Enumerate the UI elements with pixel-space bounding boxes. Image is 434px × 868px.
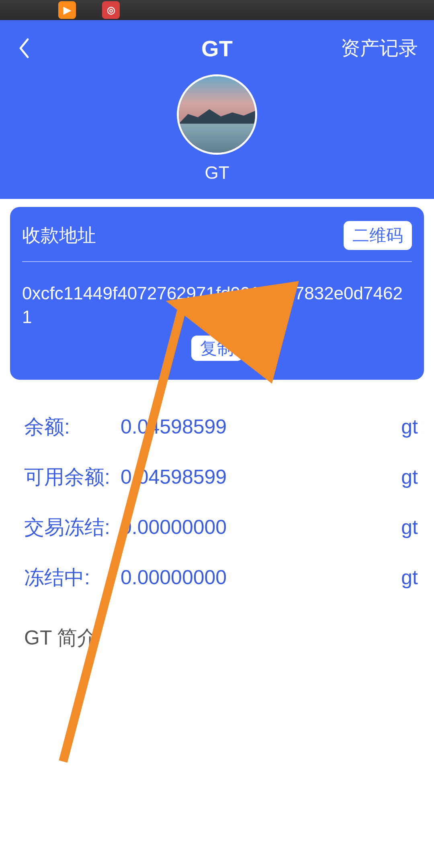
available-unit: gt: [386, 465, 418, 489]
frozen-trade-label: 交易冻结:: [24, 514, 117, 541]
frozen-trade-unit: gt: [386, 516, 418, 539]
available-label: 可用余额:: [24, 464, 117, 491]
freezing-unit: gt: [386, 566, 418, 589]
freezing-label: 冻结中:: [24, 564, 117, 591]
balance-stats: 余额: 0.04598599 gt 可用余额: 0.04598599 gt 交易…: [0, 402, 434, 663]
avatar-section: GT: [16, 74, 418, 183]
statusbar-app-icon-1: ▶: [58, 1, 76, 19]
row-available: 可用余额: 0.04598599 gt: [24, 452, 418, 502]
token-name: GT: [205, 163, 229, 183]
row-brief[interactable]: GT 简介: [24, 613, 418, 663]
balance-label: 余额:: [24, 414, 117, 440]
page-title: GT: [201, 35, 233, 61]
token-avatar: [177, 74, 257, 155]
back-button[interactable]: [16, 36, 32, 60]
card-title: 收款地址: [22, 223, 96, 248]
status-bar: ▶ ◎: [0, 0, 434, 20]
statusbar-app-icon-2: ◎: [102, 1, 120, 19]
row-frozen-trade: 交易冻结: 0.00000000 gt: [24, 502, 418, 553]
balance-value: 0.04598599: [117, 415, 386, 438]
brief-label: GT 简介: [24, 624, 117, 651]
copy-button[interactable]: 复制: [191, 336, 243, 361]
freezing-value: 0.00000000: [117, 566, 386, 589]
row-freezing: 冻结中: 0.00000000 gt: [24, 553, 418, 603]
asset-records-link[interactable]: 资产记录: [341, 35, 418, 61]
header: GT 资产记录 GT: [0, 20, 434, 199]
frozen-trade-value: 0.00000000: [117, 516, 386, 539]
wallet-address[interactable]: 0xcfc11449f4072762971fd99102f37832e0d746…: [22, 281, 412, 329]
receive-address-card: 收款地址 二维码 0xcfc11449f4072762971fd99102f37…: [10, 207, 424, 380]
qr-code-button[interactable]: 二维码: [344, 221, 412, 250]
chevron-left-icon: [18, 38, 30, 59]
available-value: 0.04598599: [117, 465, 386, 489]
balance-unit: gt: [386, 415, 418, 438]
row-balance: 余额: 0.04598599 gt: [24, 402, 418, 452]
nav-bar: GT 资产记录: [16, 32, 418, 64]
card-header: 收款地址 二维码: [22, 221, 412, 262]
